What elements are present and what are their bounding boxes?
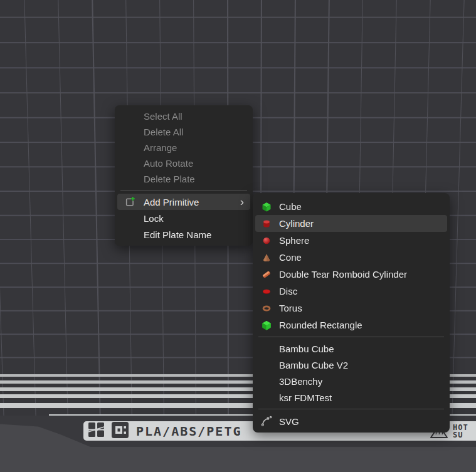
add-primitive-icon	[124, 196, 135, 208]
cylinder-icon	[262, 219, 272, 229]
submenu-item-disc[interactable]: Disc	[253, 283, 450, 300]
submenu-item-torus[interactable]: Torus	[253, 300, 450, 317]
submenu-item-bambu-cube[interactable]: Bambu Cube	[253, 340, 450, 357]
bezier-curve-icon	[260, 416, 272, 427]
torus-icon	[262, 303, 272, 313]
submenu-item-bambu-cube-v2[interactable]: Bambu Cube V2	[253, 357, 450, 373]
menu-item-edit-plate-name[interactable]: Edit Plate Name	[115, 226, 253, 243]
add-primitive-submenu: Cube Cylinder	[253, 193, 450, 433]
submenu-item-svg[interactable]: SVG	[253, 412, 450, 430]
bambu-lab-logo-icon	[88, 422, 104, 439]
disc-icon	[262, 286, 272, 296]
menu-separator	[120, 190, 247, 191]
plate-type-logo-icon	[112, 422, 129, 441]
hot-surface-warning-text: HOT SU	[453, 424, 468, 439]
submenu-item-cylinder[interactable]: Cylinder	[255, 215, 447, 232]
sphere-icon	[262, 236, 272, 246]
submenu-item-double-tear-romboid-cylinder[interactable]: Double Tear Romboid Cylinder	[253, 266, 450, 283]
submenu-item-3dbenchy[interactable]: 3DBenchy	[253, 373, 450, 389]
submenu-item-rounded-rectangle[interactable]: Rounded Rectangle	[253, 317, 450, 333]
menu-item-auto-rotate: Auto Rotate	[115, 155, 253, 171]
cube-icon	[262, 202, 272, 212]
menu-item-lock[interactable]: Lock	[115, 210, 253, 226]
slicer-3d-viewport[interactable]: PLA/ABS/PETG HOT SU Select All Delete Al…	[0, 0, 476, 472]
submenu-item-sphere[interactable]: Sphere	[253, 232, 450, 249]
plate-material-text: PLA/ABS/PETG	[136, 424, 242, 439]
chevron-right-icon: ›	[240, 195, 244, 209]
menu-item-arrange: Arrange	[115, 140, 253, 155]
menu-item-delete-plate: Delete Plate	[115, 171, 253, 187]
menu-separator	[258, 337, 444, 337]
submenu-item-cone[interactable]: Cone	[253, 249, 450, 266]
submenu-item-cube[interactable]: Cube	[253, 198, 450, 215]
menu-separator	[258, 409, 444, 409]
rounded-rectangle-icon	[262, 320, 272, 330]
double-tear-romboid-cylinder-icon	[262, 270, 272, 280]
menu-item-select-all: Select All	[115, 108, 253, 124]
menu-item-delete-all: Delete All	[115, 124, 253, 140]
plate-context-menu: Select All Delete All Arrange Auto Rotat…	[115, 105, 253, 246]
menu-item-add-primitive[interactable]: Add Primitive ›	[117, 194, 250, 210]
cone-icon	[262, 253, 272, 263]
submenu-item-ksr-fdmtest[interactable]: ksr FDMTest	[253, 389, 450, 406]
